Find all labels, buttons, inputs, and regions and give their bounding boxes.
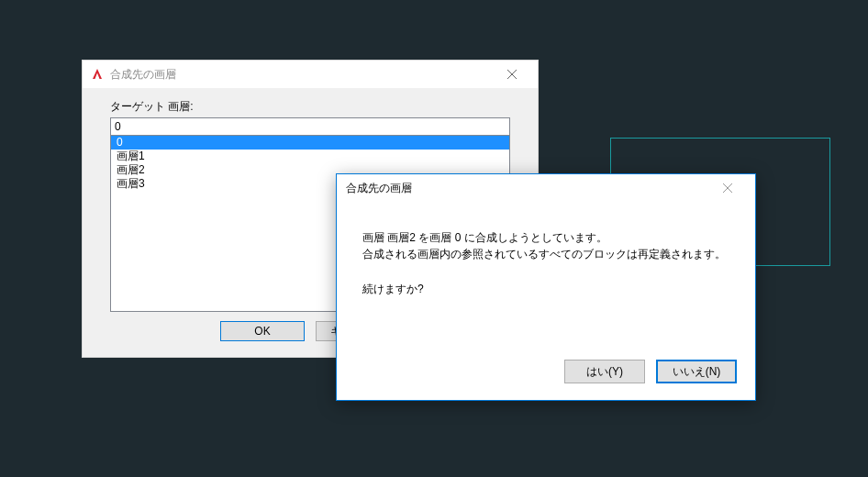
- close-icon: [723, 183, 732, 193]
- dialog-button-row: はい(Y) いいえ(N): [564, 360, 737, 383]
- titlebar[interactable]: 合成先の画層: [83, 61, 538, 88]
- target-layer-input[interactable]: [110, 117, 510, 136]
- no-button[interactable]: いいえ(N): [656, 360, 737, 383]
- yes-button[interactable]: はい(Y): [564, 360, 645, 383]
- close-button[interactable]: [709, 176, 746, 200]
- dialog-title: 合成先の画層: [110, 67, 494, 83]
- app-icon: [90, 67, 105, 82]
- ok-button[interactable]: OK: [220, 321, 305, 341]
- close-button[interactable]: [494, 62, 530, 86]
- message-line: 画層 画層2 を画層 0 に合成しようとしています。: [362, 229, 729, 246]
- confirm-merge-dialog: 合成先の画層 画層 画層2 を画層 0 に合成しようとしています。 合成される画…: [336, 173, 756, 401]
- titlebar[interactable]: 合成先の画層: [337, 174, 755, 202]
- dialog-title: 合成先の画層: [346, 181, 709, 196]
- close-icon: [507, 70, 517, 79]
- list-item[interactable]: 画層1: [111, 150, 509, 163]
- list-item[interactable]: 0: [111, 136, 509, 150]
- message-prompt: 続けますか?: [362, 281, 729, 297]
- svg-marker-0: [93, 69, 102, 79]
- message-line: 合成される画層内の参照されているすべてのブロックは再定義されます。: [362, 246, 729, 262]
- target-layer-label: ターゲット 画層:: [110, 99, 510, 115]
